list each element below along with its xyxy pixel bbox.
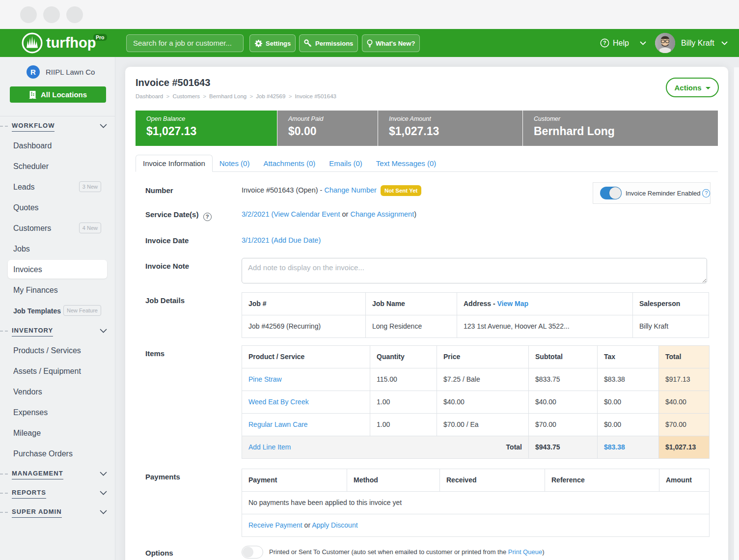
- svg-text:?: ?: [603, 40, 606, 46]
